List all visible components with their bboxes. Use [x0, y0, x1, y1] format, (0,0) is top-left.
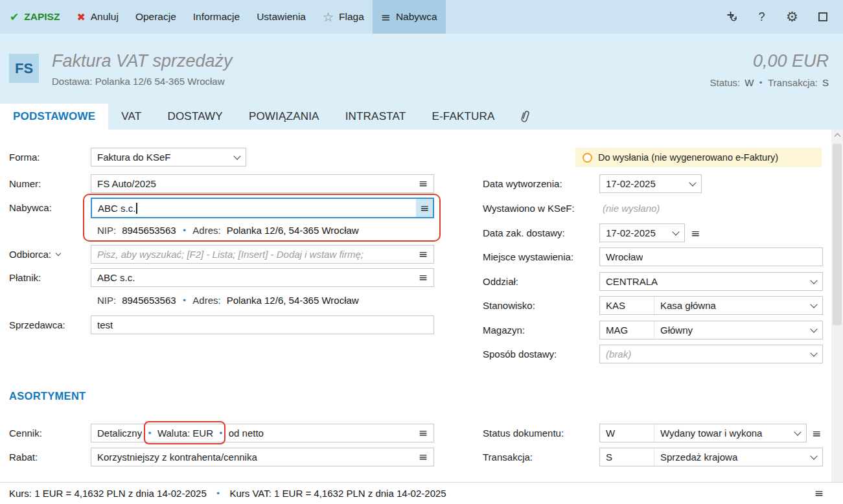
adres-label: Adres:	[192, 225, 220, 236]
status-dokumentu-code: W	[600, 424, 654, 442]
menu-icon[interactable]: ≡	[419, 178, 428, 189]
platnik-input[interactable]: ABC s.c. ≡	[91, 268, 434, 287]
platnik-value: ABC s.c.	[97, 272, 135, 283]
new-window-button[interactable]	[716, 0, 746, 34]
nip-label: NIP:	[97, 295, 116, 306]
tab-podstawowe[interactable]: PODSTAWOWE	[0, 104, 108, 130]
save-button[interactable]: ✔ ZAPISZ	[0, 0, 68, 34]
chevron-down-icon	[56, 251, 61, 256]
bullet-separator: •	[182, 295, 187, 305]
scroll-up-button[interactable]	[831, 130, 843, 141]
menu-icon[interactable]: ≡	[812, 424, 821, 442]
status-dokumentu-value: Wydany towar i wykona	[654, 428, 795, 439]
bullet-separator: •	[216, 488, 221, 498]
data-zak-value: 17-02-2025	[606, 227, 656, 238]
scrollbar-thumb[interactable]	[833, 144, 842, 325]
transakcja-code: S	[600, 448, 654, 466]
menu-icon[interactable]: ≡	[419, 272, 428, 283]
oddzial-select[interactable]: CENTRALA	[599, 272, 823, 291]
notification-text: Do wysłania (nie wygenerowano e-Faktury)	[598, 152, 778, 163]
kurs-text: Kurs: 1 EUR = 4,1632 PLN z dnia 14-02-20…	[9, 488, 207, 499]
chevron-down-icon	[810, 325, 817, 332]
transakcja-label: Transakcja:	[483, 448, 533, 466]
help-button[interactable]: ?	[746, 0, 777, 34]
asortyment-heading: ASORTYMENT	[9, 390, 86, 402]
buyer-menu[interactable]: ≡ Nabywca	[373, 0, 446, 34]
stanowisko-label: Stanowisko:	[483, 296, 535, 315]
cennik-field[interactable]: Detaliczny • Waluta: EUR • od netto ≡	[91, 424, 434, 442]
document-amount: 0,00 EUR	[753, 51, 829, 71]
miejsce-input[interactable]: Wrocław	[599, 247, 823, 266]
tab-intrastat[interactable]: INTRASTAT	[332, 104, 419, 130]
data-zak-select[interactable]: 17-02-2025	[599, 223, 685, 242]
tab-label: VAT	[121, 110, 141, 123]
tab-vat[interactable]: VAT	[108, 104, 154, 130]
gear-icon: ⚙	[786, 9, 798, 25]
exchange-rate-bar[interactable]: Kurs: 1 EUR = 4,1632 PLN z dnia 14-02-20…	[0, 482, 843, 504]
nabywca-input[interactable]: ABC s.c. ≡	[91, 198, 434, 218]
cennik-pricelist: Detaliczny	[97, 428, 142, 439]
nip-value: 8945653563	[122, 295, 176, 306]
check-icon: ✔	[10, 10, 19, 23]
chevron-down-icon	[810, 349, 817, 356]
nabywca-details: NIP: 8945653563 • Adres: Polanka 12/6, 5…	[97, 223, 359, 237]
data-wytworzenia-select[interactable]: 17-02-2025	[599, 174, 702, 193]
settings-gear-button[interactable]: ⚙	[777, 0, 807, 34]
miejsce-label: Miejsce wystawienia:	[483, 247, 573, 266]
forma-select[interactable]: Faktura do KSeF	[91, 148, 246, 166]
transakcja-select[interactable]: S Sprzedaż krajowa	[599, 448, 823, 466]
oddzial-label: Oddział:	[483, 272, 518, 291]
menu-icon[interactable]: ≡	[419, 428, 428, 439]
vertical-scrollbar[interactable]	[831, 130, 843, 482]
menu-icon[interactable]: ≡	[419, 452, 428, 463]
menu-icon[interactable]: ≡	[419, 249, 428, 260]
sposob-label: Sposób dostawy:	[483, 345, 557, 363]
magazyn-select[interactable]: MAG Główny	[599, 321, 823, 339]
odbiorca-type-select[interactable]: Odbiorca:	[9, 245, 60, 264]
sposob-select[interactable]: (brak)	[599, 345, 823, 363]
tab-dostawy[interactable]: DOSTAWY	[154, 104, 235, 130]
menu-lines-icon: ≡	[381, 10, 391, 24]
miejsce-value: Wrocław	[606, 251, 643, 262]
magazyn-label: Magazyn:	[483, 321, 525, 339]
cennik-netto-mode: od netto	[229, 428, 264, 439]
settings-label: Ustawienia	[257, 11, 306, 23]
tab-powiazania[interactable]: POWIĄZANIA	[236, 104, 332, 130]
stanowisko-value: Kasa główna	[654, 300, 811, 311]
chevron-down-icon	[233, 152, 240, 159]
cennik-label: Cennik:	[9, 424, 42, 442]
magazyn-code: MAG	[600, 321, 654, 339]
chevron-down-icon	[810, 301, 817, 308]
status-line: Status: W • Transakcja: S	[710, 77, 829, 88]
cancel-button[interactable]: ✖ Anuluj	[68, 0, 127, 34]
chevron-down-icon	[810, 277, 817, 284]
menu-icon[interactable]: ≡	[691, 223, 700, 242]
stanowisko-select[interactable]: KAS Kasa główna	[599, 296, 823, 315]
sposob-value: (brak)	[606, 349, 631, 360]
sprzedawca-value: test	[97, 319, 113, 330]
rabat-field[interactable]: Korzystniejszy z kontrahenta/cennika ≡	[91, 448, 434, 466]
new-window-icon	[724, 10, 739, 24]
numer-input[interactable]: FS Auto/2025 ≡	[91, 174, 434, 193]
oddzial-value: CENTRALA	[606, 276, 658, 287]
adres-value: Polanka 12/6, 54-365 Wrocław	[227, 225, 359, 236]
forma-label: Forma:	[9, 148, 40, 166]
adres-value: Polanka 12/6, 54-365 Wrocław	[227, 295, 359, 306]
bullet-separator: •	[758, 78, 763, 87]
odbiorca-input[interactable]: Pisz, aby wyszukać; [F2] - Lista; [Inser…	[91, 245, 434, 264]
attachments-button[interactable]	[508, 104, 542, 130]
tab-efaktura[interactable]: E-FAKTURA	[419, 104, 507, 130]
operations-menu[interactable]: Operacje	[127, 0, 185, 34]
menu-icon[interactable]: ≡	[814, 488, 824, 499]
maximize-button[interactable]	[807, 0, 838, 34]
chevron-down-icon	[689, 179, 696, 186]
sprzedawca-input[interactable]: test	[91, 315, 434, 334]
settings-menu[interactable]: Ustawienia	[248, 0, 314, 34]
chevron-down-icon	[672, 228, 679, 235]
status-dokumentu-select[interactable]: W Wydany towar i wykona	[599, 424, 807, 442]
pending-circle-icon	[583, 153, 592, 163]
flag-button[interactable]: ☆ Flaga	[314, 0, 373, 34]
menu-icon[interactable]: ≡	[416, 199, 433, 217]
information-menu[interactable]: Informacje	[185, 0, 248, 34]
platnik-label: Płatnik:	[9, 268, 41, 287]
